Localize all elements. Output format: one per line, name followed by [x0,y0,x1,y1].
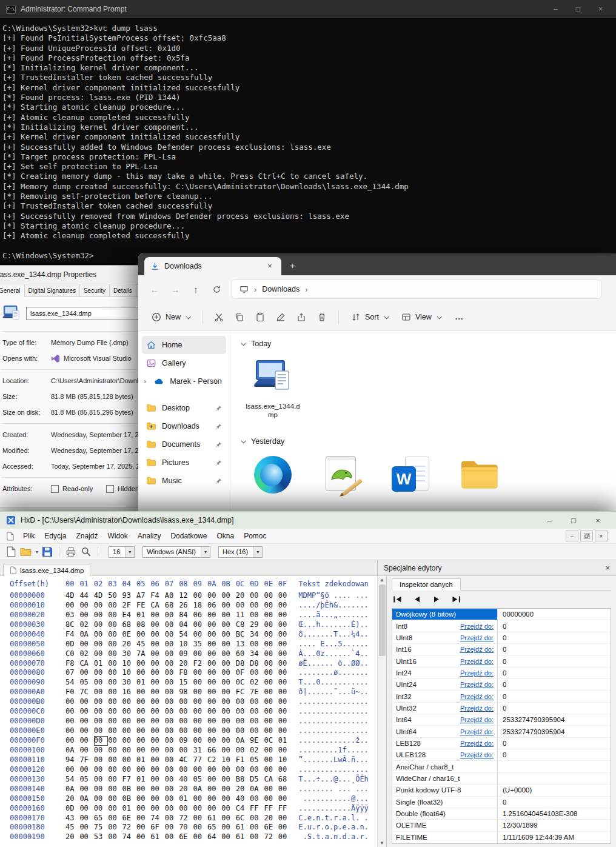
hex-byte[interactable]: 00 [108,659,122,669]
hex-byte[interactable]: 00 [236,746,250,755]
hex-byte[interactable]: 00 [179,707,193,717]
hex-byte[interactable]: 00 [150,794,164,804]
hex-byte[interactable]: 00 [108,775,122,785]
hex-byte[interactable]: 09 [179,649,193,659]
hex-byte[interactable]: 00 [250,726,264,736]
hex-byte[interactable]: 00 [165,785,179,794]
hex-byte[interactable]: 00 [221,591,235,601]
hex-byte[interactable]: 00 [165,717,179,726]
hex-byte[interactable]: 00 [193,794,207,804]
tab-details[interactable]: Details [109,284,136,297]
hex-byte[interactable]: 00 [278,649,292,659]
hex-byte[interactable]: F8 [65,659,79,669]
hex-byte[interactable]: 40 [236,794,250,804]
hex-byte[interactable]: 00 [221,832,235,842]
hex-byte[interactable]: 7F [79,755,93,765]
hex-byte[interactable]: F7 [122,775,136,785]
hex-byte[interactable]: 00 [108,630,122,640]
hex-byte[interactable]: 00 [264,794,278,804]
hex-byte[interactable]: 00 [264,611,278,620]
hex-byte[interactable]: 00 [236,726,250,736]
hex-byte[interactable]: 00 [207,775,221,785]
hex-byte[interactable]: 00 [264,640,278,649]
menu-analizy[interactable]: Analizy [133,530,166,542]
hex-byte[interactable]: A0 [165,591,179,601]
inspector-row-int64[interactable]: Int64Przejdź do:2533274790395904 [392,714,611,726]
hex-byte[interactable]: 72 [122,823,136,832]
hex-byte[interactable]: 00 [94,804,108,814]
hex-byte[interactable]: 00 [207,620,221,630]
checkbox-hidden[interactable]: Hidden [106,485,139,493]
hex-byte[interactable]: 00 [264,688,278,697]
hex-byte[interactable]: 6F [150,823,164,832]
tab-security[interactable]: Security [79,284,110,297]
hex-byte[interactable]: 40 [179,775,193,785]
hex-byte[interactable]: 00 [236,717,250,726]
hex-byte[interactable]: 00 [165,765,179,775]
hex-byte[interactable]: 00 [165,832,179,842]
hex-byte[interactable]: 01 [278,736,292,746]
hex-byte[interactable]: 00 [122,726,136,736]
hex-byte[interactable]: 00 [94,601,108,611]
hex-byte[interactable]: 00 [193,649,207,659]
hex-byte[interactable]: 10 [278,755,292,765]
hex-byte[interactable]: 64 [207,832,221,842]
hex-byte[interactable]: 06 [207,601,221,611]
forward-button[interactable]: → [165,284,186,295]
file-item[interactable] [313,455,371,494]
hex-byte[interactable]: 00 [94,649,108,659]
hex-byte[interactable]: 60 [236,649,250,659]
hex-byte[interactable]: 74 [122,832,136,842]
hex-byte[interactable]: 00 [94,697,108,707]
hex-byte[interactable]: 00 [79,668,93,678]
inspector-row-uleb128[interactable]: ULEB128Przejdź do:0 [392,749,611,761]
hex-byte[interactable]: 00 [150,649,164,659]
goto-link[interactable]: Przejdź do: [460,669,494,677]
breadcrumb-downloads[interactable]: Downloads [262,285,300,293]
hex-byte[interactable]: 00 [136,707,150,717]
hex-byte[interactable]: 2F [122,601,136,611]
hex-byte[interactable]: 00 [108,823,122,832]
goto-link[interactable]: Przejdź do: [460,623,494,630]
hex-byte[interactable]: 00 [150,697,164,707]
hex-byte[interactable]: 68 [165,601,179,611]
hex-byte[interactable]: 00 [65,717,79,726]
hex-byte[interactable]: 00 [94,726,108,736]
hex-byte[interactable]: 26 [179,601,193,611]
hex-byte[interactable]: 00 [150,678,164,688]
hex-byte[interactable]: 00 [165,823,179,832]
goto-link[interactable]: Przejdź do: [460,740,494,747]
hex-byte[interactable]: 72 [264,832,278,842]
hex-byte[interactable]: 00 [165,697,179,707]
hex-byte[interactable]: 00 [65,601,79,611]
hex-byte[interactable]: 15 [179,678,193,688]
hex-byte[interactable]: 00 [207,640,221,649]
scroll-down-icon[interactable]: ▼ [380,840,384,846]
sidebar-item-desktop[interactable]: Desktop [142,399,226,417]
hex-byte[interactable]: 45 [136,640,150,649]
save-icon[interactable] [41,546,53,557]
tab-inspektor-danych[interactable]: Inspektor danych [392,578,461,591]
hex-byte[interactable]: 7E [250,688,264,697]
hex-byte[interactable]: 00 [79,814,93,823]
hex-byte[interactable]: FF [250,804,264,814]
hex-byte[interactable]: 00 [94,794,108,804]
hex-byte[interactable]: 01 [136,678,150,688]
hex-byte[interactable]: CA [79,659,93,669]
hex-byte[interactable]: 00 [278,668,292,678]
hex-byte[interactable]: 02 [79,649,93,659]
hex-byte[interactable]: 00 [150,630,164,640]
maximize-icon[interactable]: □ [561,516,586,525]
address-bar[interactable]: › Downloads › [232,280,601,299]
hex-byte[interactable]: 00 [221,659,235,669]
hex-byte[interactable]: 00 [94,640,108,649]
hex-byte[interactable]: 00 [193,591,207,601]
hex-byte[interactable]: 05 [79,678,93,688]
hex-byte[interactable]: 00 [150,611,164,620]
hex-byte[interactable]: 00 [221,765,235,775]
hex-byte[interactable]: 00 [193,814,207,823]
hex-byte[interactable]: 01 [136,611,150,620]
hex-byte[interactable]: 00 [94,785,108,794]
hex-byte[interactable]: 35 [193,640,207,649]
hex-byte[interactable]: 00 [179,804,193,814]
